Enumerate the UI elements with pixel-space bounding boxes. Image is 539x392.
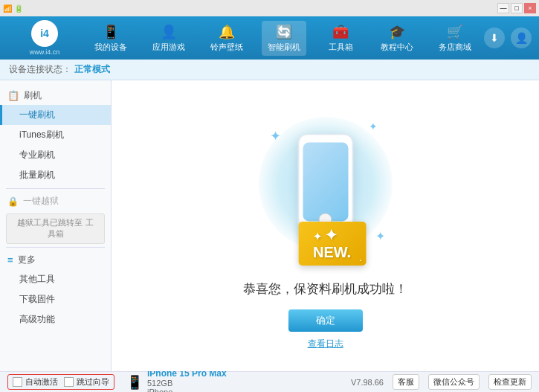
version-label: V7.98.66 [351, 378, 384, 387]
sidebar-section-flash-header[interactable]: 📋 刷机 [0, 86, 111, 105]
sidebar-item-batch-flash[interactable]: 批量刷机 [0, 165, 111, 185]
bottom-right: V7.98.66 客服 微信公众号 检查更新 [351, 374, 532, 390]
sparkle-top-right-icon: ✦ [369, 121, 378, 132]
auto-activate-option[interactable]: 自动激活 [13, 376, 58, 388]
sidebar-divider-2 [6, 247, 105, 248]
bottom-left: 自动激活 跳过向导 📱 iPhone 15 Pro Max 512GB iPho… [7, 368, 351, 393]
guide-setup-option[interactable]: 跳过向导 [64, 376, 109, 388]
nav-ringtones[interactable]: 🔔 铃声壁纸 [204, 21, 249, 56]
flash-section-label: 刷机 [24, 89, 42, 102]
status-value: 正常模式 [74, 63, 110, 76]
other-tools-label: 其他工具 [19, 274, 55, 284]
download-firm-label: 下载固件 [19, 294, 55, 304]
check-update-button[interactable]: 检查更新 [488, 374, 532, 390]
sidebar-section-more: ≡ 更多 其他工具 下载固件 高级功能 [0, 251, 111, 330]
app-header: i4 www.i4.cn 📱 我的设备 👤 应用游戏 🔔 铃声壁纸 🔄 智能刷机… [0, 16, 539, 60]
shop-label: 务店商域 [439, 42, 471, 53]
nav-tutorial[interactable]: 🎓 教程中心 [375, 21, 419, 56]
sparkle-bottom-right-icon: ✦ [375, 229, 385, 243]
main-nav: 📱 我的设备 👤 应用游戏 🔔 铃声壁纸 🔄 智能刷机 🧰 工具箱 🎓 教程中心… [82, 21, 484, 56]
status-bar: 设备连接状态： 正常模式 [0, 60, 539, 80]
pro-flash-label: 专业刷机 [19, 150, 55, 160]
device-info: 📱 iPhone 15 Pro Max 512GB iPhone [126, 368, 227, 393]
flash-section-icon: 📋 [7, 90, 19, 101]
skin-button[interactable]: 客服 [393, 374, 419, 390]
ringtones-label: 铃声壁纸 [210, 42, 243, 53]
sparkle-top-left-icon: ✦ [270, 128, 281, 144]
tutorial-label: 教程中心 [381, 42, 413, 53]
window-titlebar: 📶 🔋 — □ × [0, 0, 539, 16]
device-details: iPhone 15 Pro Max 512GB iPhone [147, 368, 227, 393]
wifi-icon: 📶 🔋 [3, 4, 23, 13]
sidebar: 📋 刷机 一键刷机 iTunes刷机 专业刷机 批量刷机 🔒 一键越狱 越狱工具… [0, 80, 112, 371]
nav-app-games[interactable]: 👤 应用游戏 [146, 21, 191, 56]
confirm-button[interactable]: 确定 [288, 309, 363, 332]
my-device-icon: 📱 [103, 24, 119, 40]
lock-icon: 🔒 [7, 196, 19, 207]
wechat-button[interactable]: 微信公众号 [428, 374, 480, 390]
notice-text: 越狱工具已跳转至 工具箱 [17, 218, 93, 238]
main-content: ✦ ✦ ✦ ✦ NEW. 恭喜您，保资料刷机成功啦！ 确定 查看日志 [112, 80, 539, 371]
jailbreak-label: 一键越狱 [23, 195, 59, 208]
my-device-label: 我的设备 [94, 42, 127, 53]
device-type: iPhone [147, 388, 227, 393]
sidebar-item-download-firm[interactable]: 下载固件 [0, 289, 111, 309]
more-section-icon: ≡ [7, 254, 13, 266]
minimize-button[interactable]: — [497, 3, 509, 13]
nav-smart-flash[interactable]: 🔄 智能刷机 [262, 21, 306, 56]
user-button[interactable]: 👤 [511, 28, 532, 48]
app-games-label: 应用游戏 [152, 42, 185, 53]
sidebar-section-more-header[interactable]: ≡ 更多 [0, 251, 111, 269]
device-phone-icon: 📱 [126, 374, 143, 391]
toolbox-icon: 🧰 [332, 24, 349, 40]
smart-flash-label: 智能刷机 [268, 42, 300, 53]
device-storage: 512GB [147, 379, 227, 388]
sidebar-section-flash: 📋 刷机 一键刷机 iTunes刷机 专业刷机 批量刷机 [0, 86, 111, 185]
auto-activate-label: 自动激活 [25, 376, 58, 388]
more-section-label: 更多 [18, 254, 36, 266]
app-games-icon: 👤 [161, 24, 177, 40]
auto-activate-checkbox[interactable] [13, 377, 22, 387]
phone-illustration: ✦ ✦ ✦ ✦ NEW. [259, 102, 393, 266]
ringtones-icon: 🔔 [219, 24, 235, 40]
nav-toolbox[interactable]: 🧰 工具箱 [320, 21, 361, 56]
nav-my-device[interactable]: 📱 我的设备 [88, 21, 133, 56]
sidebar-item-advanced[interactable]: 高级功能 [0, 309, 111, 330]
view-log-link[interactable]: 查看日志 [308, 338, 343, 350]
sidebar-item-other-tools[interactable]: 其他工具 [0, 269, 111, 289]
onekey-flash-label: 一键刷机 [19, 109, 55, 120]
maximize-button[interactable]: □ [511, 3, 523, 13]
smart-flash-icon: 🔄 [276, 24, 292, 40]
tutorial-icon: 🎓 [389, 24, 405, 40]
phone-screen [303, 142, 348, 221]
guide-setup-checkbox[interactable] [64, 377, 74, 387]
new-badge: ✦ NEW. [298, 222, 366, 266]
logo-subtitle: www.i4.cn [30, 48, 60, 56]
close-button[interactable]: × [524, 3, 536, 13]
toolbox-label: 工具箱 [329, 42, 353, 53]
success-message: 恭喜您，保资料刷机成功啦！ [243, 280, 407, 298]
phone-body [297, 133, 353, 230]
auto-activate-box: 自动激活 跳过向导 [7, 374, 114, 390]
itunes-flash-label: iTunes刷机 [19, 129, 64, 140]
logo-icon: i4 [31, 20, 58, 47]
main-layout: 📋 刷机 一键刷机 iTunes刷机 专业刷机 批量刷机 🔒 一键越狱 越狱工具… [0, 80, 539, 371]
status-label: 设备连接状态： [9, 63, 71, 76]
download-button[interactable]: ⬇ [484, 28, 505, 48]
logo-area: i4 www.i4.cn [7, 20, 82, 56]
header-right-buttons: ⬇ 👤 [484, 28, 532, 48]
bottom-bar: 自动激活 跳过向导 📱 iPhone 15 Pro Max 512GB iPho… [0, 371, 539, 392]
batch-flash-label: 批量刷机 [19, 170, 55, 180]
sidebar-item-pro-flash[interactable]: 专业刷机 [0, 145, 111, 165]
sidebar-divider-1 [6, 188, 105, 189]
sidebar-item-onekey-flash[interactable]: 一键刷机 [0, 105, 111, 125]
guide-setup-label: 跳过向导 [77, 376, 109, 388]
sidebar-item-itunes-flash[interactable]: iTunes刷机 [0, 125, 111, 145]
sidebar-jailbreak-disabled: 🔒 一键越狱 [0, 192, 111, 211]
nav-shop[interactable]: 🛒 务店商域 [433, 21, 477, 56]
advanced-label: 高级功能 [19, 314, 55, 324]
shop-icon: 🛒 [447, 24, 463, 40]
sidebar-notice: 越狱工具已跳转至 工具箱 [6, 213, 105, 244]
